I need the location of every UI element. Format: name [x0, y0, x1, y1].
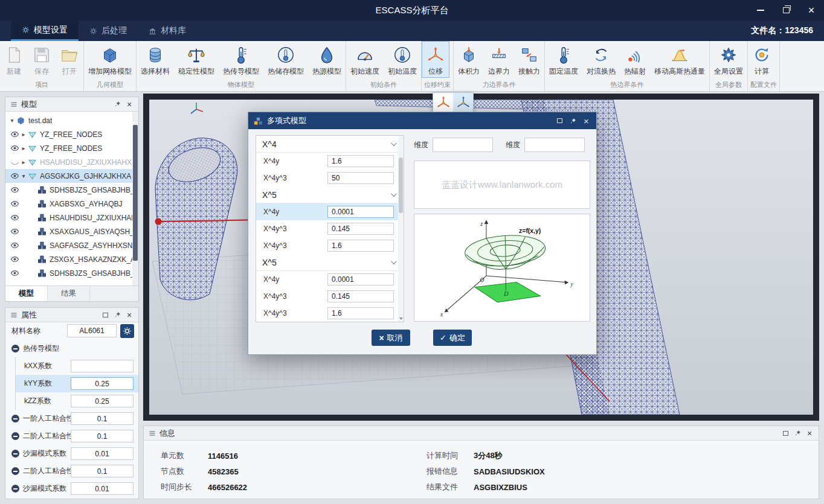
open-button[interactable]: 打开	[56, 41, 83, 78]
tab-post-process[interactable]: 后处理	[79, 21, 138, 41]
expander-icon[interactable]: ▾	[8, 117, 16, 124]
confirm-button[interactable]: ✓ 确定	[433, 330, 472, 346]
tree-item[interactable]: ▸ YZ_FREE_NODES	[5, 141, 138, 155]
term-section-header[interactable]: X^4	[256, 136, 404, 153]
expander-icon[interactable]: ▾	[19, 173, 28, 179]
restore-panel-button[interactable]	[101, 311, 109, 319]
coefficient-input[interactable]	[327, 206, 394, 218]
coefficient-input[interactable]	[327, 172, 394, 184]
pin-button[interactable]	[793, 429, 802, 438]
visibility-eye-icon[interactable]	[10, 241, 19, 250]
collapse-icon[interactable]	[11, 345, 19, 352]
stability-model-button[interactable]: 稳定性模型	[174, 41, 219, 78]
second-order-viscosity-input[interactable]	[71, 430, 134, 442]
minimize-button[interactable]	[755, 5, 766, 16]
boundary-force-button[interactable]: 边界力	[484, 41, 514, 78]
heat-storage-model-button[interactable]: 热储存模型	[263, 41, 308, 78]
visibility-eye-icon[interactable]	[10, 130, 19, 139]
first-order-viscosity-input[interactable]	[71, 412, 134, 425]
expander-icon[interactable]: ▸	[19, 131, 28, 138]
scroll-down-arrow-icon[interactable]	[399, 317, 403, 320]
hourglass-mode-input-2[interactable]	[71, 482, 134, 495]
displacement-option-2[interactable]	[453, 93, 473, 112]
restore-button[interactable]	[781, 5, 791, 16]
new-button[interactable]: 新建	[0, 41, 28, 78]
expander-icon[interactable]: ▸	[19, 159, 28, 165]
material-settings-button[interactable]	[120, 324, 134, 338]
scrollbar-thumb[interactable]	[399, 158, 403, 213]
compute-button[interactable]: 计算	[748, 41, 776, 78]
visibility-eye-icon[interactable]	[10, 227, 19, 236]
collapse-icon[interactable]	[11, 432, 19, 440]
visibility-eye-icon[interactable]	[10, 269, 19, 278]
contact-force-button[interactable]: 接触力	[514, 41, 544, 78]
tree-item[interactable]: SDHSBJZS_GHSABJHB_ZAHU	[5, 183, 138, 197]
select-material-button[interactable]: 选择材料	[137, 41, 174, 78]
add-mesh-model-button[interactable]: 增加网格模型	[84, 41, 136, 78]
displacement-option-1[interactable]	[433, 93, 453, 112]
second-order-viscosity-input-2[interactable]	[71, 465, 134, 477]
tree-item[interactable]: XAGBSXG_AYHAQBJ	[5, 197, 138, 211]
scrollbar[interactable]	[132, 112, 138, 285]
coefficient-input[interactable]	[327, 240, 394, 252]
convection-button[interactable]: 对流换热	[582, 41, 620, 78]
expander-icon[interactable]: ▸	[19, 145, 28, 152]
visibility-eye-icon[interactable]	[10, 255, 19, 264]
tree-item-hidden[interactable]: ▸ HSAUHDISU_JZXIUXHAHX	[5, 155, 138, 169]
pin-button[interactable]	[113, 100, 121, 109]
visibility-eye-icon[interactable]	[10, 185, 19, 194]
tab-material-library[interactable]: 材料库	[138, 21, 197, 41]
collapse-icon[interactable]	[11, 485, 19, 493]
dialog-title-bar[interactable]: 多项式模型 ×	[248, 112, 596, 129]
tab-results[interactable]: 结果	[48, 286, 90, 301]
tab-model[interactable]: 模型	[5, 286, 48, 301]
coefficient-input[interactable]	[327, 307, 394, 319]
visibility-eye-off-icon[interactable]	[10, 158, 19, 167]
kzz-coefficient-input[interactable]	[71, 395, 134, 407]
save-button[interactable]: 保存	[28, 41, 56, 78]
dimension-input-2[interactable]	[524, 138, 585, 152]
tree-item[interactable]: HSAUHDISU_JZXIUXHAHX	[5, 211, 138, 225]
close-panel-button[interactable]: ×	[125, 311, 134, 319]
material-name-input[interactable]	[67, 324, 117, 337]
coefficient-input[interactable]	[327, 273, 394, 285]
kxx-coefficient-input[interactable]	[71, 360, 134, 372]
close-dialog-button[interactable]: ×	[582, 116, 591, 126]
visibility-eye-icon[interactable]	[10, 144, 19, 153]
pin-button[interactable]	[113, 311, 121, 319]
pin-button[interactable]	[568, 116, 578, 126]
tree-item[interactable]: ▸ YZ_FREE_NODES	[5, 127, 138, 141]
initial-temperature-button[interactable]: 初始温度	[384, 41, 421, 78]
tree-item-selected[interactable]: ▾ AGSGKJKG_GJHKAJKHXA	[5, 169, 138, 183]
global-settings-button[interactable]: 全局设置	[710, 41, 747, 78]
visibility-eye-icon[interactable]	[10, 213, 19, 222]
radiation-button[interactable]: 热辐射	[620, 41, 650, 78]
heat-source-model-button[interactable]: 热源模型	[308, 41, 346, 78]
collapse-icon[interactable]	[11, 415, 19, 423]
dimension-input-1[interactable]	[433, 138, 493, 152]
tree-item[interactable]: SDHSBJZS_GHSABJHB_ZAHU	[5, 266, 138, 280]
collapse-icon[interactable]	[11, 467, 19, 475]
tree-item-root[interactable]: ▾ test.dat	[5, 113, 138, 127]
close-button[interactable]: ×	[806, 5, 817, 16]
restore-dialog-button[interactable]	[555, 116, 564, 126]
close-panel-button[interactable]: ×	[805, 429, 814, 438]
tree-item[interactable]: XSAXGAUS_AISYAQSH_ASHX	[5, 225, 138, 238]
body-force-button[interactable]: 体积力	[454, 41, 484, 78]
tree-item[interactable]: SAGFASGZ_ASYHHXSN	[5, 238, 138, 252]
term-section-header[interactable]: X^5	[256, 187, 404, 203]
collapse-icon[interactable]	[11, 450, 19, 458]
displacement-button[interactable]: 位移	[422, 41, 449, 78]
coefficient-input[interactable]	[327, 223, 394, 235]
restore-panel-button[interactable]	[781, 429, 790, 438]
tab-model-setup[interactable]: 模型设置	[11, 21, 79, 41]
visibility-eye-icon[interactable]	[10, 171, 19, 180]
initial-velocity-button[interactable]: 初始速度	[346, 41, 384, 78]
coefficient-input[interactable]	[327, 155, 394, 167]
hourglass-mode-input[interactable]	[71, 447, 134, 460]
fixed-temperature-button[interactable]: 固定温度	[545, 41, 582, 78]
coefficient-input[interactable]	[327, 290, 394, 302]
scrollbar[interactable]	[398, 136, 404, 322]
visibility-eye-icon[interactable]	[10, 199, 19, 208]
moving-gauss-heat-flux-button[interactable]: 移动高斯热通量	[650, 41, 709, 78]
